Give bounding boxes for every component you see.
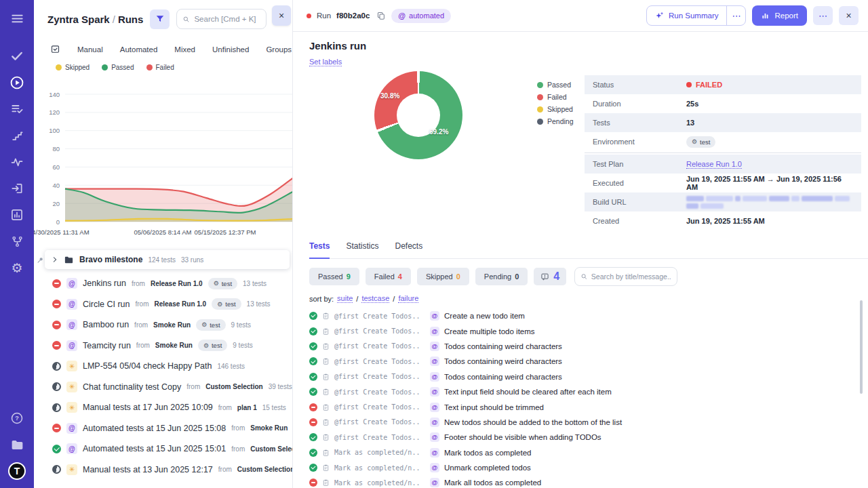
- app-logo[interactable]: T: [5, 461, 28, 481]
- test-title[interactable]: Todos containing weird characters: [444, 373, 562, 381]
- test-suite-name[interactable]: @first Create Todos...: [334, 388, 421, 396]
- filter-passed[interactable]: Passed9: [309, 268, 359, 285]
- run-list-item[interactable]: Jenkins runfromRelease Run 1.0⚙test13 te…: [34, 273, 292, 294]
- runs-search[interactable]: [176, 9, 267, 29]
- test-list-item[interactable]: @first Create Todos...Create multiple to…: [309, 323, 868, 338]
- test-suite-name[interactable]: @first Create Todos...: [334, 434, 421, 441]
- run-list-item[interactable]: Chat functinality test CopyfromCustom Se…: [34, 377, 292, 398]
- report-button[interactable]: Report: [752, 5, 807, 26]
- legend-passed[interactable]: Passed: [102, 64, 134, 71]
- tests-search-input[interactable]: [591, 272, 671, 281]
- test-list-item[interactable]: @first Create Todos...New todos should b…: [309, 415, 868, 430]
- filter-pending[interactable]: Pending0: [475, 268, 528, 285]
- test-list-item[interactable]: Mark as completed/n...Unmark completed t…: [309, 460, 868, 475]
- test-list-item[interactable]: @first Create Todos...Text input field s…: [309, 384, 868, 399]
- pulse-icon[interactable]: [5, 152, 28, 172]
- test-list-scrollbar[interactable]: [860, 300, 863, 394]
- run-title[interactable]: Automated tests at 15 Jun 2025 15:01: [83, 444, 226, 453]
- tests-search[interactable]: [574, 267, 677, 286]
- filter-skipped[interactable]: Skipped0: [417, 268, 469, 285]
- legend-failed[interactable]: Failed: [146, 64, 174, 71]
- settings-gear-icon[interactable]: ⚙: [5, 258, 28, 278]
- tests-check-icon[interactable]: [5, 46, 28, 66]
- tab-tests[interactable]: Tests: [309, 241, 330, 259]
- test-list-item[interactable]: @first Create Todos...Text input should …: [309, 399, 868, 414]
- set-labels-link[interactable]: Set labels: [309, 58, 342, 66]
- run-list-item[interactable]: Bamboo runfromSmoke Run⚙test9 tests: [34, 314, 292, 336]
- tab-automated[interactable]: Automated: [120, 45, 158, 54]
- run-list-item[interactable]: Circle CI runfromRelease Run 1.0⚙test13 …: [34, 294, 292, 315]
- run-list-item[interactable]: Teamcity runfromSmoke Run⚙test9 tests: [34, 336, 292, 357]
- chevron-right-icon[interactable]: [52, 256, 58, 263]
- test-suite-name[interactable]: @first Create Todos...: [334, 358, 421, 365]
- test-suite-name[interactable]: @first Create Todos...: [334, 312, 421, 320]
- test-title[interactable]: Unmark completed todos: [444, 464, 531, 472]
- test-suite-name[interactable]: @first Create Todos...: [334, 403, 421, 411]
- donut-legend-passed[interactable]: Passed: [537, 81, 574, 89]
- run-summary-more-button[interactable]: ⋯: [726, 6, 745, 25]
- run-title[interactable]: Chat functinality test Copy: [83, 382, 181, 392]
- run-list-item[interactable]: LMP-554 05/04 check Happy Path⚙146 tests: [34, 356, 292, 377]
- test-list-item[interactable]: @first Create Todos...Footer should be v…: [309, 430, 868, 445]
- test-title[interactable]: Create a new todo item: [444, 312, 525, 320]
- donut-legend-skipped[interactable]: Skipped: [537, 105, 574, 113]
- run-title[interactable]: Manual tests at 13 Jun 2025 12:17: [83, 465, 213, 474]
- test-suite-name[interactable]: @first Create Todos...: [334, 342, 421, 350]
- test-title[interactable]: Text input field should be cleared after…: [444, 388, 612, 396]
- donut-legend-failed[interactable]: Failed: [537, 93, 574, 101]
- legend-skipped[interactable]: Skipped: [56, 64, 90, 71]
- donut-legend-pending[interactable]: Pending: [537, 117, 574, 125]
- test-suite-name[interactable]: Mark as completed/n...: [334, 464, 421, 472]
- test-suite-name[interactable]: Mark as completed/n...: [334, 449, 421, 456]
- run-list-item[interactable]: Manual tests at 17 Jun 2025 10:09frompla…: [34, 397, 292, 418]
- test-title[interactable]: Todos containing weird characters: [444, 357, 562, 365]
- test-list-item[interactable]: @first Create Todos...Todos containing w…: [309, 354, 868, 369]
- test-title[interactable]: Todos containing weird characters: [444, 342, 562, 350]
- test-list-item[interactable]: Mark as completed/n...Mark todos as comp…: [309, 445, 868, 460]
- test-plans-icon[interactable]: [5, 99, 28, 119]
- tab-defects[interactable]: Defects: [395, 241, 422, 258]
- test-title[interactable]: Create multiple todo items: [444, 327, 535, 336]
- test-suite-name[interactable]: @first Create Todos...: [334, 327, 421, 335]
- test-list-item[interactable]: @first Create Todos...Todos containing w…: [309, 369, 868, 384]
- filter-failed[interactable]: Failed4: [366, 268, 411, 285]
- test-list-item[interactable]: Mark as completed/n...Mark all todos as …: [309, 475, 868, 488]
- tab-manual[interactable]: Manual: [77, 45, 103, 54]
- run-list-item[interactable]: Automated tests at 15 Jun 2025 15:08from…: [34, 418, 292, 439]
- help-icon[interactable]: ?: [5, 408, 28, 428]
- test-title[interactable]: New todos should be added to the bottom …: [444, 418, 622, 426]
- test-title[interactable]: Text input should be trimmed: [444, 403, 544, 411]
- close-run-button[interactable]: ×: [839, 6, 859, 25]
- test-plan-link[interactable]: Release Run 1.0: [686, 160, 742, 169]
- run-list-item[interactable]: Manual tests at 13 Jun 2025 12:17fromCus…: [34, 460, 292, 481]
- test-list-item[interactable]: @first Create Todos...Create a new todo …: [309, 308, 868, 323]
- sort-testcase-link[interactable]: testcase: [361, 294, 389, 303]
- run-title[interactable]: Manual tests at 17 Jun 2025 10:09: [83, 403, 213, 412]
- copy-run-id-button[interactable]: [376, 11, 386, 20]
- test-suite-name[interactable]: Mark as completed/n...: [334, 479, 421, 487]
- tab-groups[interactable]: Groups: [266, 45, 292, 54]
- more-actions-button[interactable]: ⋯: [813, 6, 833, 25]
- close-panel-button[interactable]: ×: [272, 5, 291, 26]
- import-icon[interactable]: [5, 178, 28, 199]
- test-title[interactable]: Mark all todos as completed: [444, 479, 541, 487]
- breadcrumb-project[interactable]: Zyntra Spark: [47, 14, 110, 25]
- tab-mixed[interactable]: Mixed: [174, 45, 195, 54]
- tab-unfinished[interactable]: Unfinished: [212, 45, 249, 54]
- run-title[interactable]: Automated tests at 15 Jun 2025 15:08: [83, 424, 226, 433]
- projects-folder-icon[interactable]: [5, 434, 28, 455]
- test-title[interactable]: Footer should be visible when adding TOD…: [444, 433, 601, 441]
- reports-icon[interactable]: [5, 205, 28, 225]
- sort-suite-link[interactable]: suite: [337, 294, 353, 303]
- runs-play-icon[interactable]: [5, 73, 28, 93]
- run-title[interactable]: Circle CI run: [83, 300, 130, 309]
- run-title[interactable]: Bamboo run: [83, 320, 129, 329]
- run-title[interactable]: Jenkins run: [83, 279, 126, 288]
- sort-failure-link[interactable]: failure: [398, 294, 418, 303]
- run-title[interactable]: LMP-554 05/04 check Happy Path: [83, 361, 212, 371]
- run-title[interactable]: Teamcity run: [83, 341, 131, 350]
- filter-button[interactable]: [150, 9, 170, 29]
- branches-icon[interactable]: [5, 231, 28, 251]
- filter-comments[interactable]: 4: [534, 268, 566, 285]
- run-list-item[interactable]: Automated tests at 15 Jun 2025 15:01from…: [34, 439, 292, 460]
